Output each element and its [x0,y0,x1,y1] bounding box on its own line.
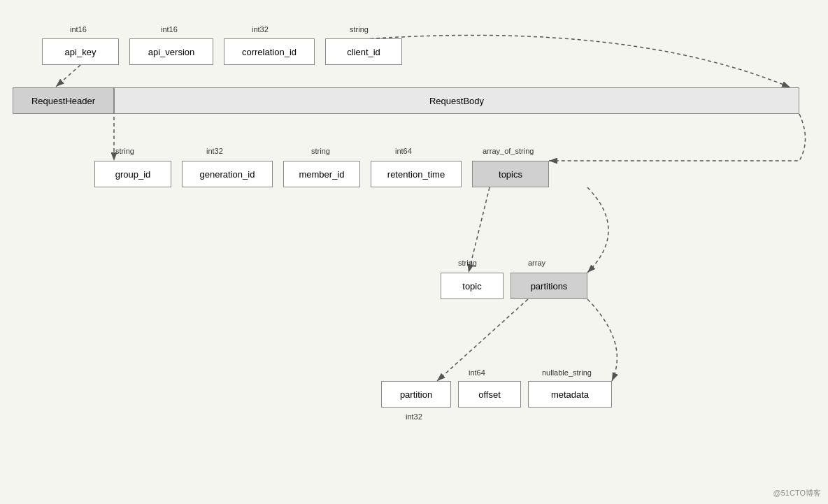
svg-line-1 [56,65,80,87]
diagram-container: int16 int16 int32 string api_key api_ver… [0,0,828,504]
type-client-id: string [350,25,369,34]
type-topics: array_of_string [483,147,534,155]
box-generation-id: generation_id [182,161,273,187]
box-group-id: group_id [94,161,171,187]
box-offset: offset [458,381,521,408]
box-correlation-id: correlation_id [224,38,315,65]
type-correlation-id: int32 [252,25,269,34]
type-retention-time: int64 [395,147,412,155]
box-request-header: RequestHeader [13,87,114,114]
type-generation-id: int32 [206,147,223,155]
type-group-id: string [115,147,134,155]
type-api-version: int16 [161,25,178,34]
type-offset: int64 [469,368,485,377]
watermark: @51CTO博客 [773,488,821,498]
box-request-body: RequestBody [114,87,799,114]
type-topic: string [458,259,477,267]
type-member-id: string [311,147,330,155]
type-metadata: nullable_string [542,368,592,377]
type-partitions: array [528,259,545,267]
box-partition: partition [381,381,451,408]
box-topic: topic [441,273,504,299]
box-partitions: partitions [511,273,587,299]
box-topics: topics [472,161,549,187]
box-client-id: client_id [325,38,402,65]
type-partition-int32: int32 [406,412,422,421]
box-api-key: api_key [42,38,119,65]
arrows-svg [0,0,828,504]
box-retention-time: retention_time [371,161,462,187]
box-member-id: member_id [283,161,360,187]
box-api-version: api_version [129,38,213,65]
type-api-key: int16 [70,25,87,34]
box-metadata: metadata [528,381,612,408]
